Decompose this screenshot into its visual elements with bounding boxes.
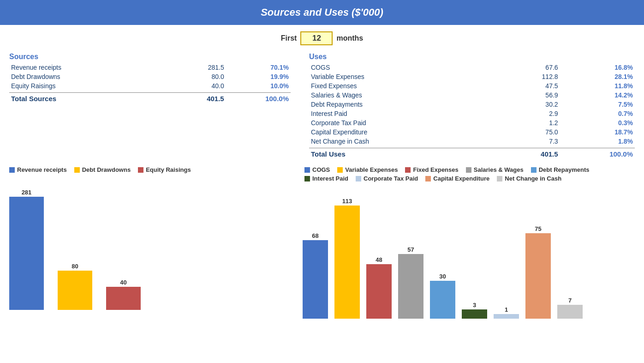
table-row: Interest Paid 2.9 0.7%: [309, 109, 635, 118]
row-value: 75.0: [488, 127, 560, 137]
months-selector-row: First months: [0, 25, 644, 50]
table-row: COGS 67.6 16.8%: [309, 63, 635, 72]
bar: [494, 314, 519, 319]
row-label: Fixed Expenses: [309, 81, 488, 91]
page-title: Sources and Uses ($'000): [261, 6, 383, 18]
legend-label: Capital Expenditure: [433, 175, 489, 182]
sources-legend: Revenue receipts Debt Drawdowns Equity R…: [5, 164, 300, 176]
bar-value-label: 281: [22, 189, 32, 196]
legend-label: Salaries & Wages: [474, 166, 524, 173]
legend-label: Net Change in Cash: [505, 175, 561, 182]
row-value: 56.9: [488, 91, 560, 100]
row-value: 30.2: [488, 100, 560, 109]
row-pct: 70.1%: [226, 63, 291, 72]
legend-color-box: [74, 167, 80, 173]
row-label: Debt Drawdowns: [9, 72, 164, 81]
bar: [9, 197, 44, 310]
legend-color-box: [304, 176, 310, 182]
charts-section: Revenue receipts Debt Drawdowns Equity R…: [0, 160, 644, 319]
uses-heading: Uses: [309, 50, 635, 63]
row-pct: 7.5%: [560, 100, 635, 109]
uses-table: COGS 67.6 16.8% Variable Expenses 112.8 …: [309, 63, 635, 146]
row-label: COGS: [309, 63, 488, 72]
table-row: Debt Drawdowns 80.0 19.9%: [9, 72, 291, 81]
table-row: Net Change in Cash 7.3 1.8%: [309, 137, 635, 146]
row-value: 2.9: [488, 109, 560, 118]
sources-table: Revenue receipts 281.5 70.1% Debt Drawdo…: [9, 63, 291, 91]
bar-value-label: 113: [342, 198, 352, 205]
row-label: Salaries & Wages: [309, 91, 488, 100]
bar-group: 80: [58, 176, 92, 310]
bar: [366, 264, 392, 319]
bar: [462, 309, 487, 319]
legend-item: Revenue receipts: [9, 166, 67, 173]
legend-item: Salaries & Wages: [466, 166, 524, 173]
row-pct: 0.3%: [560, 118, 635, 127]
row-pct: 19.9%: [226, 72, 291, 81]
legend-item: Net Change in Cash: [497, 175, 561, 182]
bar-value-label: 48: [376, 256, 382, 263]
bar: [106, 287, 141, 310]
bar-value-label: 7: [568, 297, 572, 304]
uses-total-value: 401.5: [488, 148, 560, 160]
bar-group: 48: [366, 185, 392, 319]
uses-bar-chart: 68 113 48 57 30 3 1 75 7: [300, 185, 639, 319]
table-row: Revenue receipts 281.5 70.1%: [9, 63, 291, 72]
sources-bar-chart: 281 80 40: [5, 176, 300, 310]
uses-total-label: Total Uses: [309, 148, 488, 160]
row-label: Capital Expenditure: [309, 127, 488, 137]
legend-label: Variable Expenses: [345, 166, 398, 173]
row-pct: 14.2%: [560, 91, 635, 100]
table-row: Corporate Tax Paid 1.2 0.3%: [309, 118, 635, 127]
legend-label: Fixed Expenses: [413, 166, 458, 173]
sources-column: Sources Revenue receipts 281.5 70.1% Deb…: [0, 50, 300, 160]
sources-chart: Revenue receipts Debt Drawdowns Equity R…: [5, 164, 300, 319]
bar-value-label: 1: [505, 306, 508, 313]
sources-total-value: 401.5: [164, 93, 226, 105]
row-label: Debt Repayments: [309, 100, 488, 109]
bar-value-label: 40: [120, 279, 126, 286]
sources-total-row: Total Sources 401.5 100.0%: [9, 92, 291, 104]
row-pct: 16.8%: [560, 63, 635, 72]
sources-total-pct: 100.0%: [226, 93, 291, 105]
row-pct: 18.7%: [560, 127, 635, 137]
legend-color-box: [304, 167, 310, 173]
row-value: 112.8: [488, 72, 560, 81]
uses-chart: COGS Variable Expenses Fixed Expenses Sa…: [300, 164, 639, 319]
row-label: Equity Raisings: [9, 81, 164, 91]
uses-column: Uses COGS 67.6 16.8% Variable Expenses 1…: [300, 50, 644, 160]
legend-item: Debt Repayments: [531, 166, 590, 173]
legend-label: COGS: [312, 166, 330, 173]
bar-group: 75: [525, 185, 551, 319]
bar-group: 3: [462, 185, 487, 319]
first-label: First: [281, 34, 297, 42]
legend-color-box: [9, 167, 15, 173]
row-value: 67.6: [488, 63, 560, 72]
legend-color-box: [497, 176, 502, 182]
row-pct: 1.8%: [560, 137, 635, 146]
row-pct: 10.0%: [226, 81, 291, 91]
legend-item: Capital Expenditure: [425, 175, 489, 182]
legend-item: Fixed Expenses: [405, 166, 458, 173]
table-row: Variable Expenses 112.8 28.1%: [309, 72, 635, 81]
legend-item: Corporate Tax Paid: [356, 175, 418, 182]
bar: [430, 281, 455, 319]
bar-group: 30: [430, 185, 455, 319]
months-input[interactable]: [300, 31, 333, 45]
bar-group: 57: [398, 185, 423, 319]
table-row: Salaries & Wages 56.9 14.2%: [309, 91, 635, 100]
legend-color-box: [138, 167, 143, 173]
legend-label: Debt Repayments: [539, 166, 590, 173]
uses-total-pct: 100.0%: [560, 148, 635, 160]
legend-item: Variable Expenses: [337, 166, 398, 173]
row-value: 1.2: [488, 118, 560, 127]
legend-label: Corporate Tax Paid: [364, 175, 418, 182]
legend-label: Equity Raisings: [146, 166, 191, 173]
bar-value-label: 30: [439, 273, 446, 280]
bar: [398, 254, 423, 319]
legend-item: Interest Paid: [304, 175, 348, 182]
bar-value-label: 68: [312, 232, 318, 239]
row-pct: 0.7%: [560, 109, 635, 118]
bar-group: 68: [303, 185, 328, 319]
sources-total-label: Total Sources: [9, 93, 164, 105]
